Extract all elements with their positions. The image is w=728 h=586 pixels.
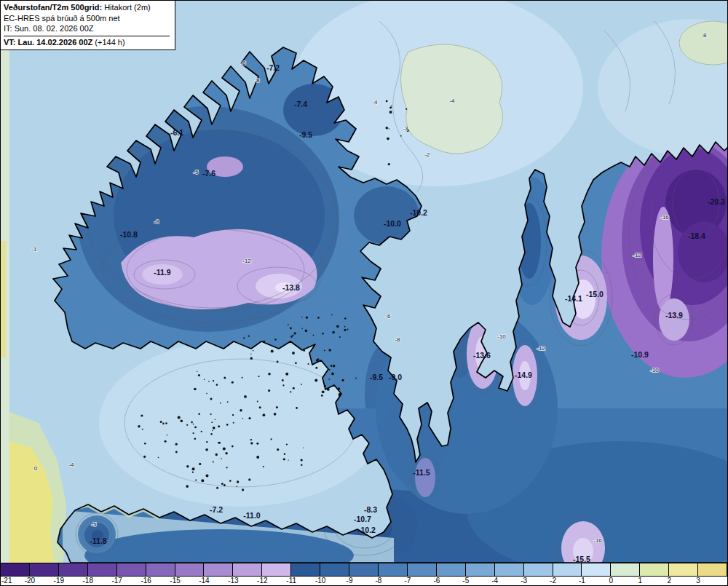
island-dot [248,417,250,419]
island-dot [332,331,335,334]
island-dot [308,363,309,365]
colorbar-tick: -10 [315,577,325,585]
island-dot [215,454,218,456]
temp-label: -8.3 [364,505,377,514]
temp-label: -10.2 [358,526,376,534]
colorbar: -21-20-19-18-17-16-15-14-13-12-11-10-9-8… [1,563,727,586]
island-dot [223,448,226,451]
contour-label: -6 [385,313,391,320]
island-dot [274,413,277,416]
island-dot [194,438,197,440]
island-dot [324,350,325,352]
island-dot [328,379,330,380]
island-dot [175,443,178,446]
contour-label: 0 [34,465,38,472]
island-dot [167,435,168,436]
island-dot [355,378,357,379]
island-dot [198,413,200,415]
contour-label: -16 [660,214,669,221]
island-dot [333,365,336,368]
island-dot [215,419,215,420]
island-dot [386,100,388,103]
island-dot [322,390,325,393]
island-dot [192,467,195,470]
island-dot [268,373,271,376]
island-dot [263,466,264,467]
island-dot [257,401,258,403]
contour-label: -4 [449,98,455,104]
island-dot [256,443,258,445]
island-dot [296,407,298,409]
island-dot [210,413,212,415]
island-dot [331,373,334,376]
island-dot [186,424,188,426]
island-dot [389,106,392,108]
weather-map-page: -6-8-5-4-4-2-3-10-4-8-12-6-8-10-12-16-12… [0,0,728,586]
island-dot [201,431,202,432]
island-dot [142,429,143,430]
colorbar-tick: -12 [257,577,267,585]
contour-label: -8 [254,77,260,84]
colorbar-tick: 0 [609,577,614,585]
weather-map: -6-8-5-4-4-2-3-10-4-8-12-6-8-10-12-16-12… [1,1,728,563]
island-dot [305,330,308,333]
colorbar-tick: -19 [54,577,64,585]
island-dot [389,111,392,114]
island-dot [294,332,296,334]
colorbar-cell: -5 [466,563,495,576]
island-dot [341,379,344,381]
island-dot [227,401,229,403]
header-valid-time-bold: VT: Lau. 14.02.2026 00Z [4,38,92,47]
island-dot [208,381,210,382]
temp-label: -13.6 [473,351,491,360]
island-dot [303,447,304,448]
island-dot [244,395,247,398]
island-dot [290,391,291,392]
island-dot [218,425,220,427]
colorbar-tick: 2 [667,577,671,585]
island-dot [250,354,251,355]
contour-label: -4 [372,99,378,106]
island-dot [405,108,407,110]
island-dot [301,317,303,318]
colorbar-cell: 1 [640,563,669,576]
temp-label: -9.5 [299,130,312,139]
island-dot [290,327,292,329]
island-dot [232,381,234,384]
island-dot [274,338,277,341]
island-dot [400,135,402,137]
island-dot [193,424,194,425]
island-dot [221,458,222,459]
island-dot [205,448,208,451]
temp-label: -11.0 [243,511,261,520]
island-dot [387,138,389,140]
temp-label: -7.2 [210,505,223,514]
island-dot [344,329,346,331]
island-dot [225,452,227,454]
colorbar-tick: 3 [696,577,700,585]
contour-label: -6 [240,60,246,66]
island-dot [288,459,288,460]
temp-label: -10.0 [384,219,401,228]
island-dot [223,484,226,486]
colorbar-tick: -20 [25,577,35,585]
island-dot [263,413,266,416]
island-dot [232,414,234,416]
temp-label: -6.1 [170,128,183,137]
island-dot [211,421,213,423]
island-dot [212,430,213,431]
island-dot [210,433,212,435]
colorbar-cell: -10 [320,563,349,576]
island-dot [301,464,302,466]
colorbar-cells: -21-20-19-18-17-16-15-14-13-12-11-10-9-8… [1,563,727,577]
colorbar-cell: -15 [175,563,205,576]
contour-label: -16 [593,537,602,544]
island-dot [282,379,284,381]
island-dot [282,384,284,386]
island-dot [162,423,165,425]
island-dot [237,480,239,483]
island-dot [248,478,250,480]
island-dot [206,393,207,395]
colorbar-cell: -16 [146,563,175,576]
temp-label: -10.9 [631,350,649,359]
